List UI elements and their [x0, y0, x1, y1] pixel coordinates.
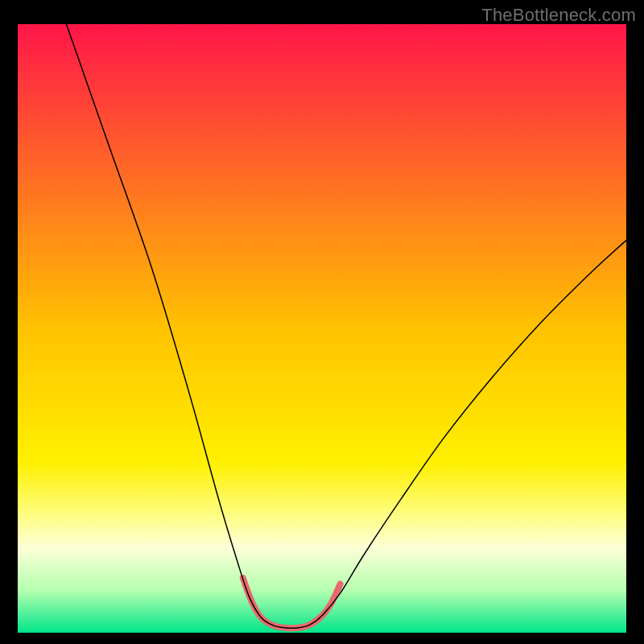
chart-canvas — [18, 24, 626, 633]
watermark-text: TheBottleneck.com — [481, 5, 636, 26]
chart-stage: TheBottleneck.com — [0, 0, 644, 644]
